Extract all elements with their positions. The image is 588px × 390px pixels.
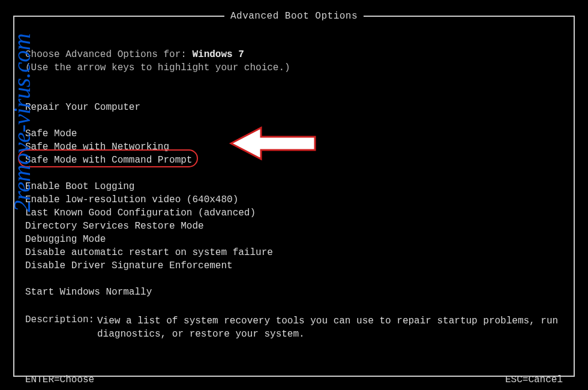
choose-label: Choose Advanced Options for: xyxy=(25,49,192,60)
menu-item-directory-services[interactable]: Directory Services Restore Mode xyxy=(25,220,563,233)
footer-enter: ENTER=Choose xyxy=(25,374,94,385)
boot-menu[interactable]: Repair Your Computer Safe Mode Safe Mode… xyxy=(25,101,563,299)
choose-line: Choose Advanced Options for: Windows 7 xyxy=(25,48,563,61)
menu-item-safe-mode-cmd-text: Safe Mode with Command Prompt xyxy=(25,155,192,166)
menu-item-boot-logging[interactable]: Enable Boot Logging xyxy=(25,180,563,193)
footer-hints: ENTER=Choose ESC=Cancel xyxy=(25,374,563,385)
os-name: Windows 7 xyxy=(192,49,244,60)
menu-item-low-res[interactable]: Enable low-resolution video (640x480) xyxy=(25,193,563,206)
menu-item-start-normally[interactable]: Start Windows Normally xyxy=(25,286,563,299)
footer-esc: ESC=Cancel xyxy=(505,374,563,385)
menu-item-last-known-good[interactable]: Last Known Good Configuration (advanced) xyxy=(25,206,563,220)
menu-item-debugging[interactable]: Debugging Mode xyxy=(25,233,563,246)
content-area: Choose Advanced Options for: Windows 7 (… xyxy=(25,48,563,299)
menu-item-safe-mode-networking[interactable]: Safe Mode with Networking xyxy=(25,140,563,154)
description-label: Description: xyxy=(25,314,97,341)
description-text: View a list of system recovery tools you… xyxy=(97,314,563,341)
hint-line: (Use the arrow keys to highlight your ch… xyxy=(25,61,563,74)
menu-item-safe-mode-cmd[interactable]: Safe Mode with Command Prompt xyxy=(25,154,192,167)
page-title: Advanced Boot Options xyxy=(224,11,364,22)
menu-item-disable-restart[interactable]: Disable automatic restart on system fail… xyxy=(25,246,563,259)
menu-item-disable-driver-sig[interactable]: Disable Driver Signature Enforcement xyxy=(25,259,563,272)
description-section: Description: View a list of system recov… xyxy=(25,314,563,341)
menu-item-safe-mode[interactable]: Safe Mode xyxy=(25,127,563,140)
menu-item-repair[interactable]: Repair Your Computer xyxy=(25,101,563,114)
